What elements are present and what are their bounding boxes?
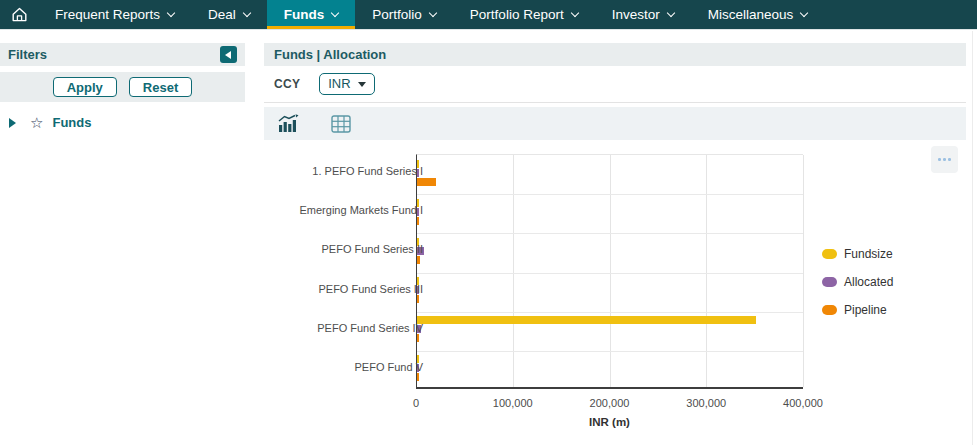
nav-item-funds[interactable]: Funds <box>267 0 356 29</box>
x-tick-label: 0 <box>413 397 419 409</box>
nav-item-label: Funds <box>284 7 325 22</box>
legend-swatch <box>822 277 837 287</box>
legend-swatch <box>822 249 837 259</box>
x-tick-label: 100,000 <box>493 397 533 409</box>
y-axis-label: 1. PEFO Fund Series I <box>223 165 423 177</box>
vertical-gridline <box>610 155 611 387</box>
nav-item-label: Investor <box>612 7 660 22</box>
nav-item-portfolio[interactable]: Portfolio <box>355 0 453 29</box>
home-icon[interactable] <box>0 0 38 29</box>
x-axis-title: INR (m) <box>416 416 803 428</box>
ccy-value: INR <box>328 76 350 91</box>
currency-row: CCY INR <box>264 66 966 103</box>
y-axis-label: Emerging Markets Fund I <box>223 204 423 216</box>
horizontal-gridline <box>417 233 803 234</box>
vertical-gridline <box>513 155 514 387</box>
table-view-button[interactable] <box>331 115 351 133</box>
tree-node-funds[interactable]: ☆ Funds <box>0 115 245 130</box>
tree-node-label: Funds <box>52 115 91 130</box>
chevron-down-icon <box>167 8 175 16</box>
filters-title: Filters <box>8 47 47 62</box>
x-tick-label: 200,000 <box>590 397 630 409</box>
vertical-gridline <box>803 155 804 387</box>
horizontal-gridline <box>417 312 803 313</box>
nav-item-portfolio-report[interactable]: Portfolio Report <box>453 0 595 29</box>
page-header: Funds | Allocation <box>264 43 966 66</box>
legend-item-fundsize[interactable]: Fundsize <box>822 247 893 261</box>
sidebar-collapse-button[interactable] <box>220 46 237 63</box>
main-panel: Funds | Allocation CCY INR <box>264 31 966 445</box>
chart-menu-button[interactable] <box>931 146 958 173</box>
legend-item-allocated[interactable]: Allocated <box>822 275 893 289</box>
apply-button[interactable]: Apply <box>53 77 117 97</box>
table-grid-icon <box>331 115 351 133</box>
bar-fundsize <box>417 316 756 324</box>
nav-item-label: Deal <box>208 7 236 22</box>
horizontal-gridline <box>417 351 803 352</box>
legend-label: Allocated <box>844 275 893 289</box>
y-axis-label: PEFO Fund Series IV <box>223 322 423 334</box>
nav-item-label: Miscellaneous <box>708 7 794 22</box>
scrollbar-track[interactable] <box>972 31 973 445</box>
bar-pipeline <box>417 373 419 381</box>
bar-pipeline <box>417 217 419 225</box>
bar-pipeline <box>417 178 436 186</box>
legend-label: Fundsize <box>844 247 893 261</box>
ellipsis-icon <box>938 158 941 161</box>
y-axis-label: PEFO Fund V <box>223 361 423 373</box>
filter-actions: Apply Reset <box>0 72 245 102</box>
horizontal-gridline <box>417 194 803 195</box>
view-toggle-row <box>264 107 966 140</box>
plot-area <box>416 154 803 389</box>
chevron-down-icon <box>429 8 437 16</box>
chevron-down-icon <box>570 8 578 16</box>
chevron-down-icon <box>358 82 366 87</box>
ccy-dropdown[interactable]: INR <box>319 73 374 95</box>
nav-item-miscellaneous[interactable]: Miscellaneous <box>691 0 825 29</box>
bar-pipeline <box>417 256 420 264</box>
chart-view-button[interactable] <box>277 114 301 134</box>
chevron-down-icon <box>243 8 251 16</box>
legend-swatch <box>822 305 837 315</box>
x-tick-label: 400,000 <box>783 397 823 409</box>
bar-chart-icon <box>277 114 301 134</box>
filters-header: Filters <box>0 43 245 66</box>
chevron-down-icon <box>666 8 674 16</box>
nav-item-label: Portfolio <box>372 7 422 22</box>
collapse-left-icon <box>225 51 231 59</box>
bar-pipeline <box>417 334 419 342</box>
nav-item-label: Frequent Reports <box>55 7 160 22</box>
legend-label: Pipeline <box>844 303 887 317</box>
y-axis-label: PEFO Fund Series III <box>223 283 423 295</box>
horizontal-gridline <box>417 273 803 274</box>
nav-items: Frequent ReportsDealFundsPortfolioPortfo… <box>38 0 824 29</box>
caret-right-icon[interactable] <box>9 118 16 128</box>
nav-item-frequent-reports[interactable]: Frequent Reports <box>38 0 191 29</box>
legend-item-pipeline[interactable]: Pipeline <box>822 303 893 317</box>
allocation-chart: 1. PEFO Fund Series IEmerging Markets Fu… <box>264 140 966 444</box>
star-outline-icon[interactable]: ☆ <box>30 115 43 130</box>
bar-pipeline <box>417 295 419 303</box>
chevron-down-icon <box>331 8 339 16</box>
breadcrumb: Funds | Allocation <box>274 47 386 62</box>
nav-item-investor[interactable]: Investor <box>595 0 691 29</box>
filters-sidebar: Filters Apply Reset ☆ Funds <box>0 31 245 445</box>
nav-item-label: Portfolio Report <box>470 7 564 22</box>
ccy-label: CCY <box>274 77 300 91</box>
top-navbar: Frequent ReportsDealFundsPortfolioPortfo… <box>0 0 977 30</box>
nav-item-deal[interactable]: Deal <box>191 0 267 29</box>
reset-button[interactable]: Reset <box>129 77 192 97</box>
y-axis-label: PEFO Fund Series II <box>223 243 423 255</box>
x-tick-label: 300,000 <box>686 397 726 409</box>
chevron-down-icon <box>800 8 808 16</box>
vertical-gridline <box>706 155 707 387</box>
chart-legend: FundsizeAllocatedPipeline <box>822 247 893 317</box>
